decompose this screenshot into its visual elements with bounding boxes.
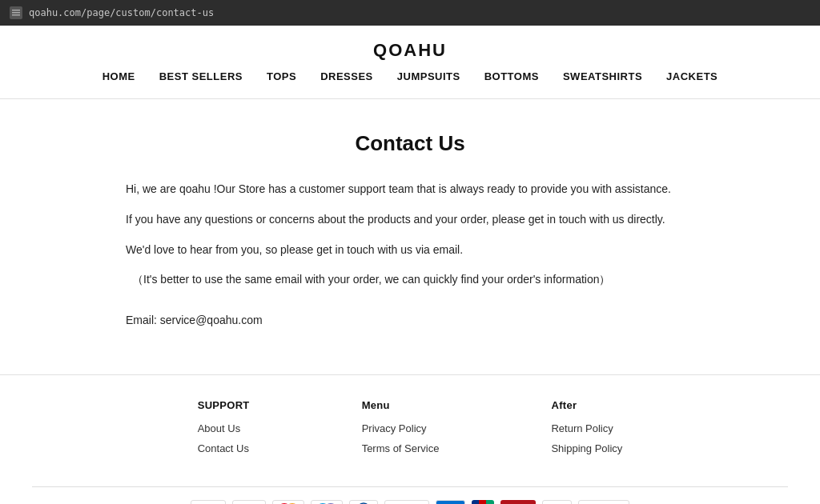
footer: SUPPORT About Us Contact Us Menu Privacy…	[0, 374, 820, 504]
footer-link-privacy[interactable]: Privacy Policy	[362, 422, 440, 434]
diners-icon	[349, 500, 378, 504]
nav-bottoms[interactable]: BOTTOMS	[484, 70, 539, 82]
footer-col-menu: Menu Privacy Policy Terms of Service	[362, 399, 440, 462]
nav-jumpsuits[interactable]: JUMPSUITS	[397, 70, 460, 82]
paragraph-4: （It's better to use the same email with …	[132, 270, 694, 290]
footer-col-support: SUPPORT About Us Contact Us	[198, 399, 250, 462]
svg-rect-1	[12, 12, 20, 14]
footer-col-title-support: SUPPORT	[198, 399, 250, 411]
page-title: Contact Us	[126, 131, 694, 156]
paragraph-2: If you have any questions or concerns ab…	[126, 210, 694, 230]
paypal-icon: PayPal	[191, 500, 226, 504]
footer-link-shipping[interactable]: Shipping Policy	[551, 442, 622, 454]
main-content: Contact Us Hi, we are qoahu !Our Store h…	[110, 99, 710, 374]
url-bar: qoahu.com/page/custom/contact-us	[29, 7, 214, 18]
footer-divider	[32, 486, 788, 487]
svg-rect-0	[12, 10, 20, 11]
footer-link-return[interactable]: Return Policy	[551, 422, 622, 434]
nav-jackets[interactable]: JACKETS	[666, 70, 718, 82]
email-info: Email: service@qoahu.com	[126, 314, 694, 326]
footer-col-after: After Return Policy Shipping Policy	[551, 399, 622, 462]
jcb-icon: JCB	[472, 500, 494, 504]
mastercard-icon	[272, 500, 304, 504]
browser-chrome: qoahu.com/page/custom/contact-us	[0, 0, 820, 26]
paragraph-1: Hi, we are qoahu !Our Store has a custom…	[126, 180, 694, 199]
nav-home[interactable]: HOME	[102, 70, 135, 82]
maestro-icon	[311, 500, 343, 504]
footer-col-title-menu: Menu	[362, 399, 440, 411]
footer-link-contact-us[interactable]: Contact Us	[198, 442, 250, 454]
nav-sweatshirts[interactable]: SWEATSHIRTS	[563, 70, 642, 82]
visa-icon: VISA	[232, 500, 266, 504]
footer-columns: SUPPORT About Us Contact Us Menu Privacy…	[0, 399, 820, 478]
svg-rect-2	[12, 14, 20, 16]
main-nav: HOME BEST SELLERS TOPS DRESSES JUMPSUITS…	[0, 61, 820, 90]
footer-link-about-us[interactable]: About Us	[198, 422, 250, 434]
browser-menu-icon[interactable]	[10, 6, 22, 19]
hipercard-icon: Hipercard	[500, 500, 537, 504]
paragraph-3: We'd love to hear from you, so please ge…	[126, 241, 694, 260]
nav-best-sellers[interactable]: BEST SELLERS	[159, 70, 243, 82]
nav-tops[interactable]: TOPS	[267, 70, 296, 82]
footer-col-title-after: After	[551, 399, 622, 411]
discover-icon: DISCOVER	[384, 500, 429, 504]
elo-icon: ◑elo	[542, 500, 572, 504]
site-header: QOAHU HOME BEST SELLERS TOPS DRESSES JUM…	[0, 26, 820, 99]
payment-icons: PayPal VISA DISCOVER AMEX JCB Hipercard …	[0, 500, 820, 504]
amex-icon: AMEX	[436, 500, 465, 504]
footer-link-terms[interactable]: Terms of Service	[362, 442, 440, 454]
nav-dresses[interactable]: DRESSES	[320, 70, 373, 82]
site-logo[interactable]: QOAHU	[0, 40, 820, 61]
santander-icon: santander	[578, 500, 629, 504]
